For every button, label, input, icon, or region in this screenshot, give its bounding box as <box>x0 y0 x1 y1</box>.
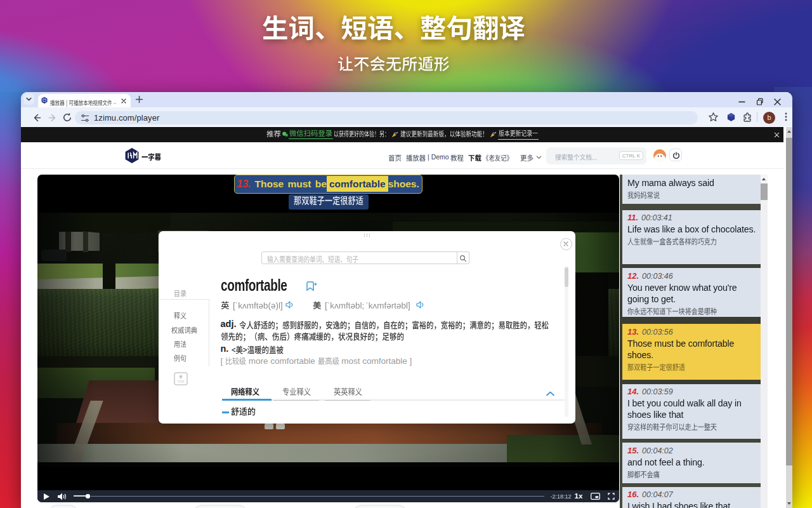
svg-text:TOP: TOP <box>177 380 185 384</box>
